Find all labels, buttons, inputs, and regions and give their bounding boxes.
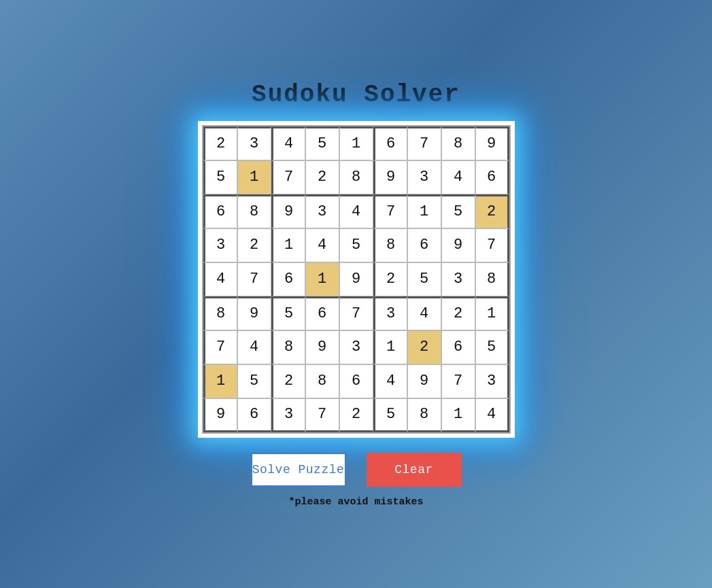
cell-r2-c3[interactable]: 7 [271,160,305,194]
clear-button[interactable]: Clear [367,453,462,487]
cell-r4-c6[interactable]: 8 [373,228,407,262]
cell-r3-c7[interactable]: 1 [407,194,441,228]
cell-r1-c9[interactable]: 9 [475,126,509,160]
cell-r9-c5[interactable]: 2 [339,398,373,432]
cell-r7-c7[interactable]: 2 [407,330,441,364]
cell-r5-c7[interactable]: 5 [407,262,441,296]
cell-r5-c6[interactable]: 2 [373,262,407,296]
cell-r2-c1[interactable]: 5 [203,160,237,194]
cell-r7-c2[interactable]: 4 [237,330,271,364]
cell-r1-c7[interactable]: 7 [407,126,441,160]
cell-r3-c1[interactable]: 6 [203,194,237,228]
hint-text: *please avoid mistakes [288,496,423,508]
cell-r6-c6[interactable]: 3 [373,296,407,330]
cell-r6-c3[interactable]: 5 [271,296,305,330]
cell-r8-c8[interactable]: 7 [441,364,475,398]
button-group: Solve Puzzle Clear [251,453,462,487]
cell-r4-c1[interactable]: 3 [203,228,237,262]
cell-r5-c3[interactable]: 6 [271,262,305,296]
cell-r3-c4[interactable]: 3 [305,194,339,228]
cell-r6-c1[interactable]: 8 [203,296,237,330]
cell-r8-c4[interactable]: 8 [305,364,339,398]
cell-r3-c8[interactable]: 5 [441,194,475,228]
cell-r4-c2[interactable]: 2 [237,228,271,262]
cell-r2-c5[interactable]: 8 [339,160,373,194]
cell-r7-c3[interactable]: 8 [271,330,305,364]
cell-r1-c5[interactable]: 1 [339,126,373,160]
cell-r6-c5[interactable]: 7 [339,296,373,330]
cell-r6-c4[interactable]: 6 [305,296,339,330]
cell-r6-c9[interactable]: 1 [475,296,509,330]
cell-r3-c5[interactable]: 4 [339,194,373,228]
sudoku-grid: 2345167895172893466893471523214586974761… [202,125,511,434]
cell-r1-c4[interactable]: 5 [305,126,339,160]
cell-r3-c2[interactable]: 8 [237,194,271,228]
cell-r2-c4[interactable]: 2 [305,160,339,194]
cell-r2-c9[interactable]: 6 [475,160,509,194]
cell-r7-c9[interactable]: 5 [475,330,509,364]
cell-r2-c8[interactable]: 4 [441,160,475,194]
cell-r8-c3[interactable]: 2 [271,364,305,398]
cell-r6-c2[interactable]: 9 [237,296,271,330]
cell-r7-c4[interactable]: 9 [305,330,339,364]
page-title: Sudoku Solver [252,81,460,109]
cell-r4-c9[interactable]: 7 [475,228,509,262]
solve-button[interactable]: Solve Puzzle [251,453,346,487]
cell-r9-c6[interactable]: 5 [373,398,407,432]
cell-r3-c3[interactable]: 9 [271,194,305,228]
cell-r7-c1[interactable]: 7 [203,330,237,364]
cell-r9-c9[interactable]: 4 [475,398,509,432]
cell-r9-c7[interactable]: 8 [407,398,441,432]
cell-r8-c7[interactable]: 9 [407,364,441,398]
cell-r4-c8[interactable]: 9 [441,228,475,262]
cell-r4-c3[interactable]: 1 [271,228,305,262]
cell-r2-c2[interactable]: 1 [237,160,271,194]
cell-r7-c6[interactable]: 1 [373,330,407,364]
cell-r9-c2[interactable]: 6 [237,398,271,432]
cell-r4-c5[interactable]: 5 [339,228,373,262]
sudoku-grid-wrapper: 2345167895172893466893471523214586974761… [198,121,515,438]
cell-r8-c1[interactable]: 1 [203,364,237,398]
cell-r8-c2[interactable]: 5 [237,364,271,398]
cell-r9-c8[interactable]: 1 [441,398,475,432]
cell-r5-c2[interactable]: 7 [237,262,271,296]
cell-r3-c6[interactable]: 7 [373,194,407,228]
cell-r7-c8[interactable]: 6 [441,330,475,364]
cell-r1-c8[interactable]: 8 [441,126,475,160]
cell-r1-c6[interactable]: 6 [373,126,407,160]
cell-r9-c1[interactable]: 9 [203,398,237,432]
cell-r1-c3[interactable]: 4 [271,126,305,160]
cell-r8-c9[interactable]: 3 [475,364,509,398]
cell-r1-c1[interactable]: 2 [203,126,237,160]
cell-r1-c2[interactable]: 3 [237,126,271,160]
cell-r4-c4[interactable]: 4 [305,228,339,262]
cell-r9-c4[interactable]: 7 [305,398,339,432]
cell-r4-c7[interactable]: 6 [407,228,441,262]
cell-r6-c8[interactable]: 2 [441,296,475,330]
cell-r9-c3[interactable]: 3 [271,398,305,432]
cell-r2-c7[interactable]: 3 [407,160,441,194]
cell-r7-c5[interactable]: 3 [339,330,373,364]
cell-r2-c6[interactable]: 9 [373,160,407,194]
cell-r5-c4[interactable]: 1 [305,262,339,296]
cell-r5-c8[interactable]: 3 [441,262,475,296]
cell-r3-c9[interactable]: 2 [475,194,509,228]
cell-r5-c5[interactable]: 9 [339,262,373,296]
cell-r8-c5[interactable]: 6 [339,364,373,398]
cell-r5-c9[interactable]: 8 [475,262,509,296]
cell-r5-c1[interactable]: 4 [203,262,237,296]
cell-r6-c7[interactable]: 4 [407,296,441,330]
cell-r8-c6[interactable]: 4 [373,364,407,398]
